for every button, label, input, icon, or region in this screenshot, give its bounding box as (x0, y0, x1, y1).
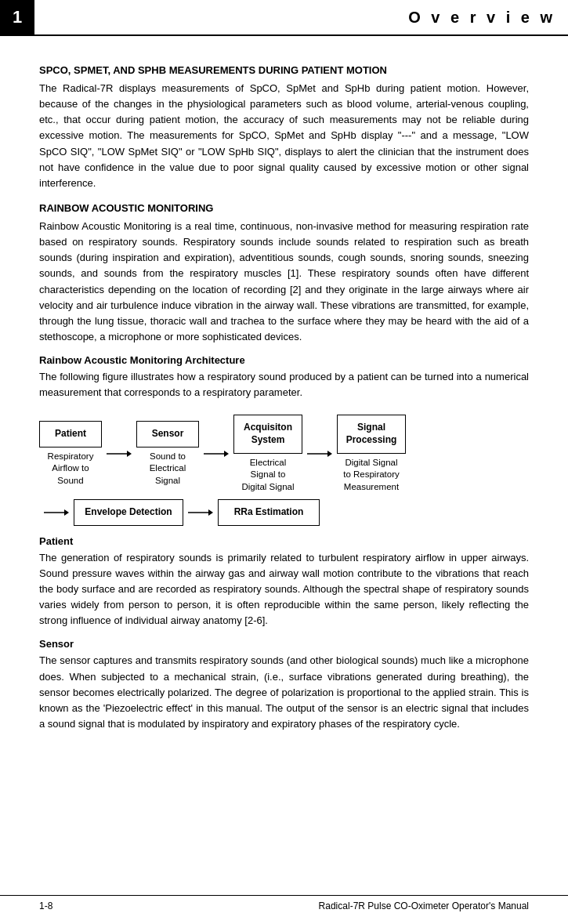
svg-marker-7 (64, 509, 69, 516)
sensor-section-title: Sensor (39, 638, 529, 650)
acquisition-sublabel: ElectricalSignal toDigital Signal (241, 457, 294, 494)
arrow5 (183, 505, 218, 520)
footer-page-num: 1-8 (39, 900, 52, 911)
arrow4-start (39, 505, 74, 520)
envelope-detection-box: Envelope Detection (74, 499, 183, 526)
section2-title: RAINBOW ACOUSTIC MONITORING (39, 202, 529, 214)
patient-section-body: The generation of respiratory sounds is … (39, 550, 529, 629)
rra-estimation-label: RRa Estimation (234, 506, 304, 517)
acquisition-cell: AcquisitonSystem ElectricalSignal toDigi… (233, 415, 302, 493)
sensor-box: Sensor (136, 421, 199, 448)
section1-title: SPCO, SPMET, AND SPHB MEASUREMENTS DURIN… (39, 64, 529, 76)
patient-cell: Patient RespiratoryAirflow toSound (39, 421, 102, 487)
signal-processing-sublabel: Digital Signalto RespiratoryMeasurement (343, 457, 400, 494)
signal-processing-cell: SignalProcessing Digital Signalto Respir… (337, 415, 406, 493)
arch-subtitle: Rainbow Acoustic Monitoring Architecture (39, 354, 529, 366)
chapter-number: 1 (0, 0, 34, 34)
svg-marker-5 (327, 451, 332, 457)
section1-body: The Radical-7R displays measurements of … (39, 81, 529, 191)
footer-manual-title: Radical-7R Pulse CO-Oximeter Operator's … (319, 900, 529, 911)
sensor-section-body: The sensor captures and transmits respir… (39, 653, 529, 732)
page-content: SPCO, SPMET, AND SPHB MEASUREMENTS DURIN… (0, 36, 568, 752)
sensor-label: Sensor (152, 428, 184, 439)
patient-section-title: Patient (39, 535, 529, 547)
sensor-cell: Sensor Sound toElectricalSignal (136, 421, 199, 487)
acquisition-label: AcquisitonSystem (244, 422, 292, 445)
svg-marker-3 (224, 451, 229, 457)
signal-processing-box: SignalProcessing (337, 415, 406, 453)
svg-marker-9 (208, 509, 213, 516)
diagram-row2: Envelope Detection RRa Estimation (39, 499, 529, 526)
page-footer: 1-8 Radical-7R Pulse CO-Oximeter Operato… (0, 895, 568, 911)
arrow2 (199, 447, 233, 461)
section2-body1: Rainbow Acoustic Monitoring is a real ti… (39, 219, 529, 345)
page-header: 1 O v e r v i e w (0, 0, 568, 36)
arch-intro: The following figure illustrates how a r… (39, 369, 529, 400)
page-wrapper: 1 O v e r v i e w SPCO, SPMET, AND SPHB … (0, 0, 568, 924)
page-title: O v e r v i e w (34, 2, 568, 33)
envelope-detection-label: Envelope Detection (85, 506, 172, 517)
svg-marker-1 (127, 451, 132, 457)
acquisition-box: AcquisitonSystem (233, 415, 302, 453)
architecture-diagram: Patient RespiratoryAirflow toSound Senso… (39, 415, 529, 525)
sensor-sublabel: Sound toElectricalSignal (150, 451, 186, 487)
signal-processing-label: SignalProcessing (346, 422, 397, 445)
patient-sublabel: RespiratoryAirflow toSound (48, 451, 94, 487)
patient-box: Patient (39, 421, 102, 448)
patient-label: Patient (55, 428, 86, 439)
arrow1 (102, 447, 136, 461)
diagram-row1: Patient RespiratoryAirflow toSound Senso… (39, 415, 529, 493)
arrow3 (302, 447, 337, 461)
rra-estimation-box: RRa Estimation (218, 499, 320, 526)
